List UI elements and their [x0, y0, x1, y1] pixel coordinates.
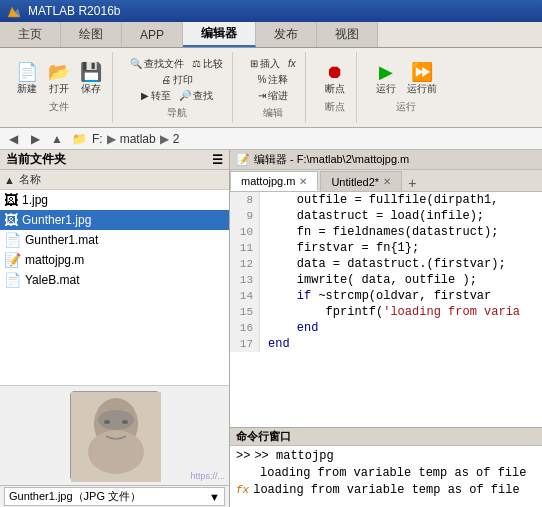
code-line-11: 11 firstvar = fn{1}; — [230, 240, 542, 256]
tab-plot[interactable]: 绘图 — [61, 22, 122, 47]
main-content: 当前文件夹 ☰ ▲ 名称 🖼 1.jpg 🖼 Gunther1.jpg 📄 Gu… — [0, 150, 542, 507]
insert-button[interactable]: ⊞ 插入 — [247, 56, 283, 72]
breakpoint-group-label: 断点 — [325, 100, 345, 114]
tab-publish[interactable]: 发布 — [256, 22, 317, 47]
nav-row-2: 🖨 打印 — [158, 72, 196, 88]
print-button[interactable]: 🖨 打印 — [158, 72, 196, 88]
file-name-gunther: Gunther1.jpg — [22, 213, 91, 227]
code-line-10: 10 fn = fieldnames(datastruct); — [230, 224, 542, 240]
file-item-m[interactable]: 📝 mattojpg.m — [0, 250, 229, 270]
toolbar: 📄 新建 📂 打开 💾 保存 文件 🔍 查找文件 ⚖ 比较 — [0, 48, 542, 128]
svg-point-7 — [98, 410, 134, 430]
tab-close-untitled[interactable]: ✕ — [383, 176, 391, 187]
breakpoint-button[interactable]: ⏺ 断点 — [320, 61, 350, 98]
file-icon-m: 📝 — [4, 252, 21, 268]
toolbar-edit-group: ⊞ 插入 fx % 注释 ⇥ 缩进 编辑 — [241, 52, 306, 123]
main-tab-bar: 主页 绘图 APP 编辑器 发布 视图 — [0, 22, 542, 48]
path-display: F: ▶ matlab ▶ 2 — [92, 132, 179, 146]
compare-button[interactable]: ⚖ 比较 — [189, 56, 226, 72]
edit-group-label: 编辑 — [263, 106, 283, 120]
run-button[interactable]: ▶ 运行 — [371, 61, 401, 98]
file-item-mat[interactable]: 📄 Gunther1.mat — [0, 230, 229, 250]
path-segment-0: F: — [92, 132, 103, 146]
find-file-icon: 🔍 — [130, 58, 142, 69]
comment-button[interactable]: % 注释 — [254, 72, 291, 88]
cmd-output-text1: loading from variable temp as of file — [260, 465, 526, 482]
tab-app[interactable]: APP — [122, 22, 183, 47]
file-icon-jpg: 🖼 — [4, 192, 18, 208]
file-name-mat: Gunther1.mat — [25, 233, 98, 247]
file-item-selected[interactable]: 🖼 Gunther1.jpg — [0, 210, 229, 230]
goto-icon: ▶ — [141, 90, 149, 101]
status-file-text: Gunther1.jpg（JPG 文件） — [9, 489, 141, 504]
tab-close-mattojpg[interactable]: ✕ — [299, 176, 307, 187]
panel-title-text: 当前文件夹 — [6, 151, 66, 168]
insert-icon: ⊞ — [250, 58, 258, 69]
tab-add-button[interactable]: + — [408, 175, 416, 191]
code-line-14: 14 if ~strcmp(oldvar, firstvar — [230, 288, 542, 304]
nav-row-3: ▶ 转至 🔎 查找 — [138, 88, 216, 104]
find-file-button[interactable]: 🔍 查找文件 — [127, 56, 187, 72]
comment-icon: % — [257, 74, 266, 85]
tab-home[interactable]: 主页 — [0, 22, 61, 47]
editor-title-icon: 📝 — [236, 153, 250, 166]
compare-icon: ⚖ — [192, 58, 201, 69]
path-sep-1: ▶ — [160, 132, 169, 146]
toolbar-run-group: ▶ 运行 ⏩ 运行前 运行 — [365, 52, 447, 123]
indent-button[interactable]: ⇥ 缩进 — [255, 88, 291, 104]
forward-button[interactable]: ▶ — [26, 130, 44, 148]
toolbar-navigate-group: 🔍 查找文件 ⚖ 比较 🖨 打印 ▶ 转至 🔎 查找 导航 — [121, 52, 233, 123]
code-editor[interactable]: 8 outfile = fullfile(dirpath1, 9 datastr… — [230, 192, 542, 427]
file-item[interactable]: 🖼 1.jpg — [0, 190, 229, 210]
editor-title-text: 编辑器 - F:\matlab\2\mattojpg.m — [254, 152, 409, 167]
edit-row-1: ⊞ 插入 fx — [247, 56, 299, 72]
address-bar: ◀ ▶ ▲ 📁 F: ▶ matlab ▶ 2 — [0, 128, 542, 150]
file-item-yaleb[interactable]: 📄 YaleB.mat — [0, 270, 229, 290]
tab-editor[interactable]: 编辑器 — [183, 22, 256, 47]
file-name-m: mattojpg.m — [25, 253, 84, 267]
find-icon: 🔎 — [179, 90, 191, 101]
save-button[interactable]: 💾 保存 — [76, 61, 106, 98]
title-bar: MATLAB R2016b — [0, 0, 542, 22]
open-button[interactable]: 📂 打开 — [44, 61, 74, 98]
dropdown-arrow-icon: ▼ — [209, 491, 220, 503]
run-group-label: 运行 — [396, 100, 416, 114]
fx-button[interactable]: fx — [285, 57, 299, 70]
cmd-command-text: >> mattojpg — [254, 448, 333, 465]
file-name: 1.jpg — [22, 193, 48, 207]
editor-tab-mattojpg[interactable]: mattojpg.m ✕ — [230, 171, 318, 191]
up-button[interactable]: ▲ — [48, 130, 66, 148]
matlab-logo-icon — [6, 3, 22, 19]
edit-row-2: % 注释 — [254, 72, 291, 88]
cmd-line-output1: loading from variable temp as of file — [236, 465, 536, 482]
svg-point-4 — [88, 430, 144, 474]
panel-menu-icon[interactable]: ☰ — [212, 153, 223, 167]
cmd-line-output2: fx loading from variable temp as of file — [236, 482, 536, 499]
code-line-13: 13 imwrite( data, outfile ); — [230, 272, 542, 288]
new-button[interactable]: 📄 新建 — [12, 61, 42, 98]
editor-title-bar: 📝 编辑器 - F:\matlab\2\mattojpg.m — [230, 150, 542, 170]
code-line-9: 9 datastruct = load(infile); — [230, 208, 542, 224]
goto-button[interactable]: ▶ 转至 — [138, 88, 174, 104]
file-status-dropdown[interactable]: Gunther1.jpg（JPG 文件） ▼ — [4, 487, 225, 506]
tab-view[interactable]: 视图 — [317, 22, 378, 47]
new-icon: 📄 — [16, 63, 38, 81]
run-advance-button[interactable]: ⏩ 运行前 — [403, 61, 441, 98]
toolbar-row-1: 📄 新建 📂 打开 💾 保存 — [12, 61, 106, 98]
editor-tabs: mattojpg.m ✕ Untitled2* ✕ + — [230, 170, 542, 192]
back-button[interactable]: ◀ — [4, 130, 22, 148]
run-row: ▶ 运行 ⏩ 运行前 — [371, 61, 441, 98]
sort-icon[interactable]: ▲ — [4, 174, 15, 186]
file-panel-title: 当前文件夹 ☰ — [0, 150, 229, 170]
editor-tab-untitled[interactable]: Untitled2* ✕ — [320, 171, 402, 191]
file-list: 🖼 1.jpg 🖼 Gunther1.jpg 📄 Gunther1.mat 📝 … — [0, 190, 229, 385]
command-title-text: 命令行窗口 — [236, 429, 291, 444]
command-content[interactable]: >> >> mattojpg loading from variable tem… — [230, 446, 542, 501]
toolbar-file-group: 📄 新建 📂 打开 💾 保存 文件 — [6, 52, 113, 123]
run-advance-icon: ⏩ — [411, 63, 433, 81]
path-sep-0: ▶ — [107, 132, 116, 146]
indent-icon: ⇥ — [258, 90, 266, 101]
browse-button[interactable]: 📁 — [70, 130, 88, 148]
edit-row-3: ⇥ 缩进 — [255, 88, 291, 104]
find-button[interactable]: 🔎 查找 — [176, 88, 216, 104]
